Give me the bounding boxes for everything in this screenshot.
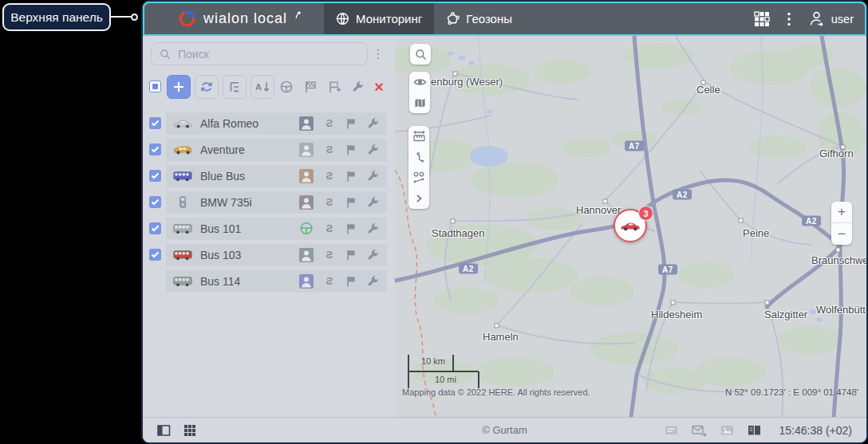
unit-checkbox[interactable]	[149, 222, 161, 234]
unit-row[interactable]: Bus 101S	[143, 215, 395, 242]
apps-grid-icon[interactable]	[754, 11, 770, 27]
vehicle-icon	[172, 117, 193, 129]
unit-row[interactable]: Blue BusS	[143, 163, 395, 189]
trailer-state-icon[interactable]: S	[323, 222, 336, 234]
map-area[interactable]: enburg (Weser)CelleGifhornHannoverStadth…	[395, 36, 866, 417]
measure-distance-button[interactable]	[408, 126, 429, 147]
unit-name[interactable]: Bus 103	[200, 249, 299, 261]
tab-geofences[interactable]: Геозоны	[434, 3, 524, 34]
vehicle-icon	[172, 170, 193, 182]
driver-avatar	[299, 222, 314, 236]
unit-settings-wrench-icon[interactable]	[366, 222, 379, 234]
unit-settings-wrench-icon[interactable]	[366, 117, 379, 129]
unit-name[interactable]: BMW 735i	[200, 196, 299, 209]
visibility-eye-button[interactable]	[409, 72, 430, 92]
bottom-panel: © Gurtam	[143, 417, 866, 442]
unit-row[interactable]: Bus 114S	[143, 268, 395, 294]
zoom-in-button[interactable]: +	[831, 202, 852, 223]
search-options-icon[interactable]: ⋮	[368, 50, 389, 58]
more-menu-icon[interactable]	[787, 11, 791, 27]
annotation-callout: Верхняя панель	[2, 3, 111, 31]
unit-name[interactable]: Bus 114	[200, 275, 299, 288]
unit-row[interactable]: AventureS	[143, 136, 395, 163]
zoom-out-button[interactable]: −	[831, 223, 852, 245]
flag-icon[interactable]	[345, 222, 357, 234]
user-menu[interactable]: user	[808, 10, 854, 27]
split-view-icon[interactable]	[748, 424, 761, 436]
expand-tools-button[interactable]	[408, 188, 429, 209]
settings-wrench-icon[interactable]	[352, 81, 364, 92]
map-layers-button[interactable]	[409, 92, 430, 113]
driver-avatar	[299, 116, 314, 131]
tab-monitoring[interactable]: Мониторинг	[324, 3, 434, 34]
annotation-connector-line	[111, 16, 132, 18]
map-search-control[interactable]	[410, 44, 431, 65]
refresh-button[interactable]	[195, 75, 219, 99]
flag-icon[interactable]	[345, 170, 357, 182]
globe-icon	[336, 12, 349, 26]
flag-icon[interactable]	[345, 117, 357, 129]
search-icon	[160, 49, 171, 60]
unit-checkbox[interactable]	[149, 143, 161, 155]
trailer-state-icon[interactable]: S	[323, 170, 336, 182]
unit-checkbox[interactable]	[149, 249, 161, 261]
search-input[interactable]	[176, 47, 336, 61]
search-box[interactable]	[151, 42, 368, 65]
drivers-icon[interactable]	[279, 80, 294, 94]
sort-button[interactable]: A	[251, 75, 274, 99]
vehicle-icon	[172, 143, 193, 155]
routing-button[interactable]	[408, 147, 429, 167]
trailer-state-icon[interactable]: S	[323, 117, 336, 129]
unit-row[interactable]: Bus 103S	[143, 242, 395, 268]
refresh-icon	[199, 81, 214, 93]
flag-icon[interactable]	[345, 196, 357, 208]
trailer-state-icon[interactable]: S	[323, 143, 336, 155]
wialon-logo: wialon local	[178, 3, 302, 34]
unit-name[interactable]: Alfa Romeo	[200, 117, 299, 130]
unit-settings-wrench-icon[interactable]	[366, 170, 379, 182]
annotation-label: Верхняя панель	[10, 10, 103, 25]
trailer-state-icon[interactable]: S	[323, 249, 336, 261]
unit-settings-wrench-icon[interactable]	[366, 249, 379, 261]
tree-view-button[interactable]	[223, 75, 247, 99]
unit-row[interactable]: BMW 735iS	[143, 189, 395, 215]
map-search-icon	[415, 49, 427, 61]
unit-settings-wrench-icon[interactable]	[366, 196, 379, 208]
unit-name[interactable]: Aventure	[200, 143, 299, 156]
units-list: Alfa RomeoSAventureSBlue BusSBMW 735iSBu…	[143, 108, 395, 417]
flag-icon[interactable]	[345, 143, 357, 155]
marker-car-icon	[619, 219, 641, 232]
flag-icon[interactable]	[345, 275, 357, 287]
user-icon	[808, 10, 825, 27]
nearest-units-button[interactable]	[408, 167, 429, 188]
unit-checkbox[interactable]	[149, 196, 161, 208]
messages-icon[interactable]	[692, 424, 707, 437]
vehicle-icon	[172, 196, 193, 208]
trailer-state-icon[interactable]: S	[323, 275, 336, 287]
add-unit-button[interactable]	[167, 75, 191, 99]
sort-label: A	[255, 82, 262, 92]
clear-list-icon[interactable]: ×	[374, 81, 384, 92]
tree-view-icon	[228, 81, 241, 93]
unit-name[interactable]: Blue Bus	[200, 170, 299, 183]
unit-row[interactable]: Alfa RomeoS	[143, 110, 395, 136]
topbar-right-cluster: user	[754, 3, 854, 34]
unit-name[interactable]: Bus 101	[200, 222, 299, 235]
trailers-icon[interactable]	[304, 81, 318, 93]
route-icon	[412, 151, 425, 163]
unit-checkbox[interactable]	[149, 170, 161, 182]
flag-icon[interactable]	[345, 249, 357, 261]
notes-icon[interactable]	[665, 424, 678, 436]
unit-checkbox[interactable]	[149, 117, 161, 129]
map-visibility-controls	[409, 72, 430, 113]
search-row: ⋮	[151, 42, 389, 65]
select-all-checkbox[interactable]	[149, 81, 161, 92]
unit-settings-wrench-icon[interactable]	[366, 143, 379, 155]
logo-text: wialon local	[203, 10, 287, 27]
trailer-state-icon[interactable]: S	[323, 196, 336, 208]
media-icon[interactable]	[720, 424, 734, 436]
add-flag-icon[interactable]	[328, 81, 341, 93]
map-tools-controls	[408, 126, 429, 209]
screenshot-stage: Верхняя панель wialon local	[0, 0, 868, 444]
unit-settings-wrench-icon[interactable]	[366, 275, 379, 287]
